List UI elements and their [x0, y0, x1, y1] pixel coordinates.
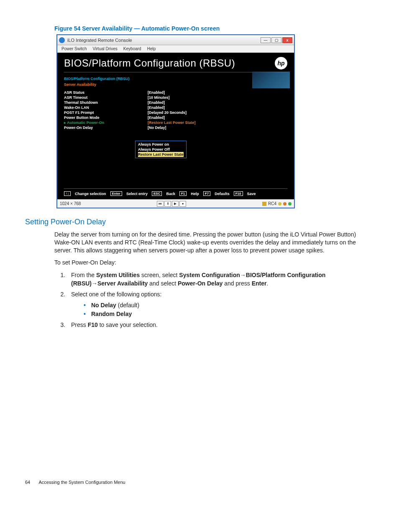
key-enter-icon: Enter: [110, 191, 122, 196]
setting-value: [Delayed 20 Seconds]: [148, 110, 287, 115]
footer-title: Accessing the System Configuration Menu: [38, 480, 125, 485]
option-random-delay: Random Delay: [84, 310, 366, 318]
setting-label-selected[interactable]: ▸ Automatic Power-On: [64, 120, 148, 125]
setting-value: [Enabled]: [148, 115, 287, 120]
window-menubar: Power Switch Virtual Drives Keyboard Hel…: [57, 45, 294, 53]
setting-value: [Enabled]: [148, 100, 287, 105]
setting-value: [No Delay]: [148, 125, 287, 130]
screenshot-window: iLO Integrated Remote Console — ▢ x Powe…: [56, 34, 295, 208]
bios-screen: BIOS/Platform Configuration (RBSU) hp BI…: [57, 53, 294, 199]
page-number: 64: [25, 480, 38, 485]
step-1: From the System Utilities screen, select…: [67, 271, 366, 288]
setting-value: [10 Minutes]: [148, 95, 287, 100]
section-heading: Setting Power-On Delay: [25, 218, 374, 226]
page-footer: 64 Accessing the System Configuration Me…: [25, 480, 374, 485]
bios-title: BIOS/Platform Configuration (RBSU): [64, 57, 235, 69]
status-dot-green-icon: [288, 202, 292, 206]
setting-label[interactable]: Power-On Delay: [64, 125, 148, 130]
setting-label[interactable]: Thermal Shutdown: [64, 100, 148, 105]
bios-settings-list: ASR Status ASR Timeout Thermal Shutdown …: [64, 90, 287, 130]
setting-label[interactable]: Wake-On LAN: [64, 105, 148, 110]
maximize-button[interactable]: ▢: [271, 37, 281, 43]
option-no-delay: No Delay (default): [84, 301, 366, 309]
bios-key-hints: ↑↓Change selection EnterSelect entry ESC…: [64, 188, 287, 196]
key-f10-icon: F10: [234, 191, 243, 196]
option-popup[interactable]: Always Power on Always Power Off Restore…: [135, 141, 187, 158]
arrow-icon: →: [92, 280, 97, 287]
status-dot-yellow-icon: [278, 202, 281, 206]
setting-value: [Enabled]: [148, 105, 287, 110]
lock-icon: [262, 202, 266, 206]
server-image-icon: [252, 72, 290, 88]
window-titlebar: iLO Integrated Remote Console — ▢ x: [57, 35, 294, 45]
status-btn-record-icon[interactable]: ●: [179, 201, 186, 207]
window-title: iLO Integrated Remote Console: [67, 38, 261, 43]
popup-option[interactable]: Always Power on: [138, 142, 184, 147]
popup-option-selected[interactable]: Restore Last Power State: [138, 152, 184, 157]
section-para-2: To set Power-On Delay:: [54, 259, 366, 267]
rc-label: RC4: [268, 201, 276, 206]
resolution-label: 1024 × 768: [60, 201, 81, 206]
key-f7-icon: F7: [203, 191, 210, 196]
key-f1-icon: F1: [179, 191, 187, 196]
setting-label[interactable]: ASR Timeout: [64, 95, 148, 100]
status-btn-pause-icon[interactable]: ⏸: [164, 201, 171, 207]
close-button[interactable]: x: [282, 37, 292, 43]
hp-logo-icon: hp: [275, 57, 287, 69]
status-btn-play-icon[interactable]: ▶: [172, 201, 179, 207]
status-dot-orange-icon: [283, 202, 286, 206]
console-statusbar: 1024 × 768 ⏮ ⏸ ▶ ● RC4: [57, 199, 294, 208]
setting-label[interactable]: POST F1 Prompt: [64, 110, 148, 115]
minimize-button[interactable]: —: [261, 37, 271, 43]
ilo-icon: [59, 37, 65, 43]
arrow-icon: →: [240, 272, 246, 278]
figure-caption: Figure 54 Server Availability — Automati…: [54, 25, 374, 32]
popup-option[interactable]: Always Power Off: [138, 147, 184, 152]
steps-list: From the System Utilities screen, select…: [67, 271, 366, 329]
setting-label[interactable]: ASR Status: [64, 90, 148, 95]
menu-help[interactable]: Help: [147, 46, 156, 51]
key-esc-icon: ESC: [152, 191, 162, 196]
menu-virtual-drives[interactable]: Virtual Drives: [93, 46, 118, 51]
setting-value: [Enabled]: [148, 90, 287, 95]
menu-keyboard[interactable]: Keyboard: [123, 46, 141, 51]
step-3: Press F10 to save your selection.: [67, 321, 366, 329]
menu-power-switch[interactable]: Power Switch: [61, 46, 87, 51]
key-arrows-icon: ↑↓: [64, 191, 71, 196]
setting-label[interactable]: Power Button Mode: [64, 115, 148, 120]
setting-value-selected: [Restore Last Power State]: [148, 120, 287, 125]
step-2: Select one of the following options: No …: [67, 290, 366, 318]
status-btn-rewind-icon[interactable]: ⏮: [157, 201, 164, 207]
section-para-1: Delay the server from turning on for the…: [54, 231, 366, 254]
